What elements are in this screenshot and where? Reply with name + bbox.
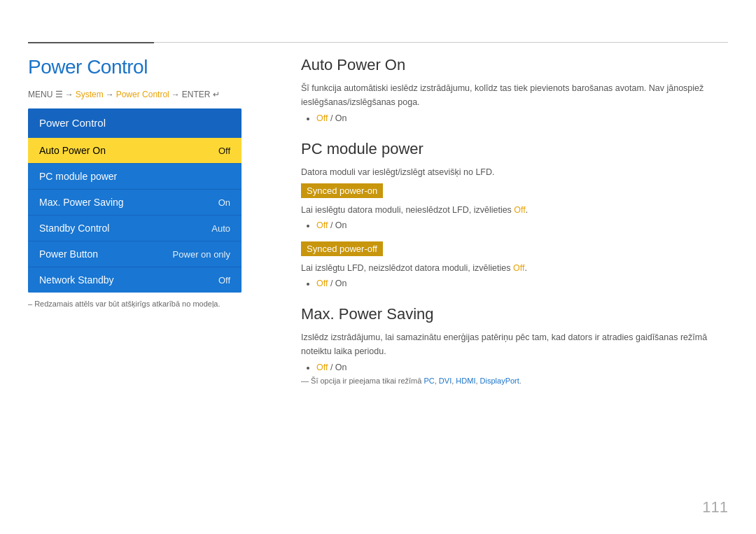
menu-panel-header: Power Control	[28, 108, 241, 137]
menu-item-value-power-button: Power on only	[173, 249, 230, 260]
menu-item-value-auto-power-on: Off	[218, 146, 230, 156]
synced-power-on-section: Synced power-on Lai ieslēgtu datora modu…	[301, 183, 728, 230]
footnote-hdmi: HDMI	[456, 377, 475, 385]
bullet-auto-power-on-off-on: Off / On	[316, 113, 728, 123]
menu-item-value-standby: Auto	[211, 223, 230, 234]
menu-item-max-power-saving[interactable]: Max. Power Saving On	[28, 189, 241, 215]
bullet-max-power-off-on: Off / On	[316, 363, 728, 372]
section-pc-module-power: PC module power Datora moduli var ieslēg…	[301, 140, 728, 288]
synced-power-off-label: Synced power-off	[301, 241, 383, 256]
section-auto-power-on: Auto Power On Šī funkcija automātiski ie…	[301, 56, 728, 123]
breadcrumb-arrow-2: →	[106, 90, 114, 99]
menu-item-label-auto-power-on: Auto Power On	[39, 145, 106, 156]
menu-item-standby-control[interactable]: Standby Control Auto	[28, 215, 241, 241]
menu-item-label-pc-module: PC module power	[39, 171, 117, 182]
breadcrumb-arrow-3: →	[172, 90, 180, 99]
highlight-off-synced-off-2: Off	[316, 279, 328, 288]
highlight-off-synced-on: Off	[514, 205, 525, 215]
synced-power-off-desc: Lai izslēgtu LFD, neizslēdzot datora mod…	[301, 261, 728, 275]
section-desc-pc-module: Datora moduli var ieslēgt/izslēgt atsevi…	[301, 165, 728, 179]
breadcrumb: MENU ☰ → System → Power Control → ENTER …	[28, 90, 220, 99]
menu-item-network-standby[interactable]: Network Standby Off	[28, 267, 241, 293]
highlight-off-auto: Off	[316, 113, 328, 123]
breadcrumb-menu: MENU ☰	[28, 90, 63, 99]
section-title-auto-power-on: Auto Power On	[301, 56, 728, 74]
synced-power-on-label: Synced power-on	[301, 183, 383, 198]
page-title: Power Control	[28, 56, 148, 78]
section-desc-auto-power-on: Šī funkcija automātiski ieslēdz izstrādā…	[301, 81, 728, 109]
breadcrumb-arrow-1: →	[65, 90, 74, 99]
footnote-displayport: DisplayPort	[480, 377, 519, 385]
breadcrumb-power-control: Power Control	[116, 90, 169, 99]
max-power-footnote: ― Šī opcija ir pieejama tikai režīmā PC,…	[301, 377, 728, 385]
bullet-list-synced-on: Off / On	[301, 220, 728, 230]
highlight-off-synced-on-2: Off	[316, 220, 328, 230]
synced-power-off-section: Synced power-off Lai izslēgtu LFD, neizs…	[301, 241, 728, 288]
bullet-list-max-power: Off / On	[301, 363, 728, 372]
menu-item-label-network-standby: Network Standby	[39, 274, 114, 286]
breadcrumb-system: System	[76, 90, 104, 99]
menu-item-value-network-standby: Off	[218, 275, 230, 286]
menu-item-label-max-power: Max. Power Saving	[39, 197, 124, 208]
content-area: Auto Power On Šī funkcija automātiski ie…	[301, 56, 728, 402]
page-number: 111	[702, 498, 728, 517]
breadcrumb-enter: ENTER ↵	[182, 90, 220, 99]
menu-footnote: – Redzamais attēls var būt atšķirīgs atk…	[28, 300, 220, 308]
menu-panel: Power Control Auto Power On Off PC modul…	[28, 108, 241, 293]
section-desc-max-power: Izslēdz izstrādājumu, lai samazinātu ene…	[301, 330, 728, 358]
bullet-list-auto-power-on: Off / On	[301, 113, 728, 123]
section-max-power-saving: Max. Power Saving Izslēdz izstrādājumu, …	[301, 305, 728, 385]
section-title-pc-module: PC module power	[301, 140, 728, 158]
menu-item-value-max-power: On	[218, 197, 230, 208]
footnote-pc: PC	[424, 377, 434, 385]
top-border-accent	[28, 42, 154, 43]
menu-item-label-standby: Standby Control	[39, 223, 109, 234]
menu-item-label-power-button: Power Button	[39, 248, 98, 260]
highlight-off-max-power: Off	[316, 363, 328, 372]
highlight-off-synced-off: Off	[513, 263, 524, 273]
synced-power-on-desc: Lai ieslēgtu datora moduli, neieslēdzot …	[301, 203, 728, 217]
menu-item-auto-power-on[interactable]: Auto Power On Off	[28, 137, 241, 163]
menu-item-power-button[interactable]: Power Button Power on only	[28, 241, 241, 267]
bullet-synced-on-off-on: Off / On	[316, 220, 728, 230]
menu-item-pc-module-power[interactable]: PC module power	[28, 163, 241, 189]
bullet-synced-off-off-on: Off / On	[316, 279, 728, 288]
bullet-list-synced-off: Off / On	[301, 279, 728, 288]
footnote-dvi: DVI	[439, 377, 451, 385]
section-title-max-power: Max. Power Saving	[301, 305, 728, 323]
